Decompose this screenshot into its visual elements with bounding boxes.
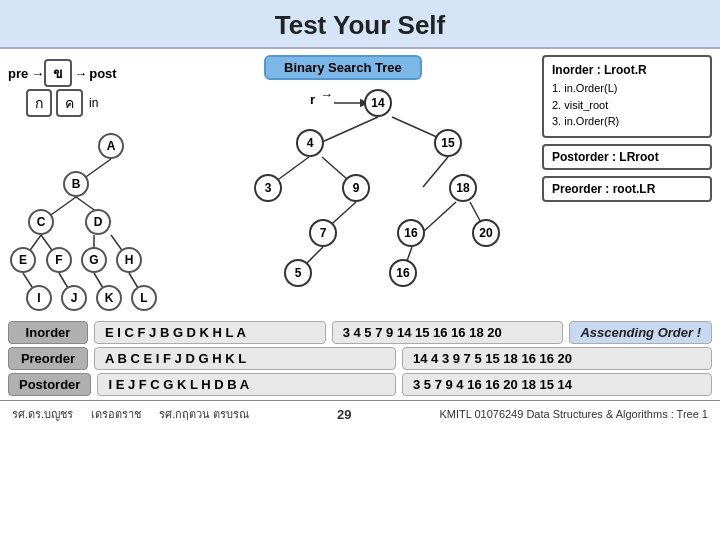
page-title: Test Your Self — [0, 0, 720, 49]
tree-node-G: G — [81, 247, 107, 273]
trav-box-kho: ข — [44, 59, 72, 87]
tree-node-K: K — [96, 285, 122, 311]
inorder-result-row: Inorder E I C F J B G D K H L A 3 4 5 7 … — [8, 321, 712, 344]
bst-label: Binary Search Tree — [264, 55, 422, 80]
bst-node-16a: 16 — [397, 219, 425, 247]
tree-node-B: B — [63, 171, 89, 197]
tree-node-F: F — [46, 247, 72, 273]
inorder-info-line3: 3. in.Order(R) — [552, 113, 702, 130]
tree-node-E: E — [10, 247, 36, 273]
traversal-row: pre → ข → post — [8, 59, 218, 87]
tree-node-J: J — [61, 285, 87, 311]
bst-node-3: 3 — [254, 174, 282, 202]
preorder-info-box: Preorder : root.LR — [542, 176, 712, 202]
footer-author3: รศ.กฤตวน ตรบรณ — [159, 405, 249, 423]
svg-line-12 — [322, 117, 378, 142]
tree-node-D: D — [85, 209, 111, 235]
preorder-label: Preorder — [8, 347, 88, 370]
svg-line-18 — [423, 202, 456, 232]
footer-right: KMITL 01076249 Data Structures & Algorit… — [439, 408, 708, 420]
bst-node-16b: 16 — [389, 259, 417, 287]
postorder-sequence: I E J F C G K L H D B A — [97, 373, 396, 396]
tree-node-H: H — [116, 247, 142, 273]
arrow-right-icon: → — [31, 66, 44, 81]
inorder-label: Inorder — [8, 321, 88, 344]
bst-node-14: 14 — [364, 89, 392, 117]
left-tree-diagram: A B C D E F G H I J K L — [8, 123, 218, 313]
preorder-result-row: Preorder A B C E I F J D G H K L 14 4 3 … — [8, 347, 712, 370]
bst-node-5: 5 — [284, 259, 312, 287]
postorder-info-box: Postorder : LRroot — [542, 144, 712, 170]
preorder-numbers: 14 4 3 9 7 5 15 18 16 16 20 — [402, 347, 712, 370]
bst-node-20: 20 — [472, 219, 500, 247]
bst-r-arrow: → — [320, 87, 333, 102]
postorder-label: Postorder — [8, 373, 91, 396]
tree-node-L: L — [131, 285, 157, 311]
inorder-info-line1: 1. in.Order(L) — [552, 80, 702, 97]
bst-node-4: 4 — [296, 129, 324, 157]
middle-panel: Binary Search Tree — [224, 55, 536, 313]
footer-author1: รศ.ดร.บญชร — [12, 405, 73, 423]
right-panel: Inorder : Lroot.R 1. in.Order(L) 2. visi… — [542, 55, 712, 313]
footer-page: 29 — [337, 407, 351, 422]
trav-box-khor: ค — [56, 89, 83, 117]
postorder-result-row: Postorder I E J F C G K L H D B A 3 5 7 … — [8, 373, 712, 396]
bst-tree: r → 14 4 15 3 9 18 7 16 20 5 16 — [234, 84, 504, 294]
post-label: post — [89, 66, 116, 81]
pre-label: pre — [8, 66, 28, 81]
arrow-right-icon2: → — [74, 66, 87, 81]
inorder-numbers: 3 4 5 7 9 14 15 16 16 18 20 — [332, 321, 564, 344]
left-panel: pre → ข → post ก ค in — [8, 55, 218, 313]
inorder-info-box: Inorder : Lroot.R 1. in.Order(L) 2. visi… — [542, 55, 712, 138]
bst-node-15: 15 — [434, 129, 462, 157]
bst-r-label: r — [310, 92, 315, 107]
footer-author2: เดรอตราช — [91, 405, 141, 423]
results-section: Inorder E I C F J B G D K H L A 3 4 5 7 … — [0, 317, 720, 400]
in-row: ก ค in — [26, 89, 218, 117]
tree-node-I: I — [26, 285, 52, 311]
inorder-info-title: Inorder : Lroot.R — [552, 63, 702, 77]
svg-line-16 — [423, 157, 448, 187]
preorder-sequence: A B C E I F J D G H K L — [94, 347, 396, 370]
bst-node-9: 9 — [342, 174, 370, 202]
postorder-numbers: 3 5 7 9 4 16 16 20 18 15 14 — [402, 373, 712, 396]
footer: รศ.ดร.บญชร เดรอตราช รศ.กฤตวน ตรบรณ 29 KM… — [0, 400, 720, 427]
inorder-extra: Asscending Order ! — [569, 321, 712, 344]
tree-node-C: C — [28, 209, 54, 235]
footer-authors: รศ.ดร.บญชร เดรอตราช รศ.กฤตวน ตรบรณ — [12, 405, 249, 423]
bst-node-7: 7 — [309, 219, 337, 247]
in-label: in — [89, 96, 98, 110]
tree-node-A: A — [98, 133, 124, 159]
trav-box-ko: ก — [26, 89, 52, 117]
inorder-sequence: E I C F J B G D K H L A — [94, 321, 326, 344]
bst-node-18: 18 — [449, 174, 477, 202]
inorder-info-line2: 2. visit_root — [552, 97, 702, 114]
